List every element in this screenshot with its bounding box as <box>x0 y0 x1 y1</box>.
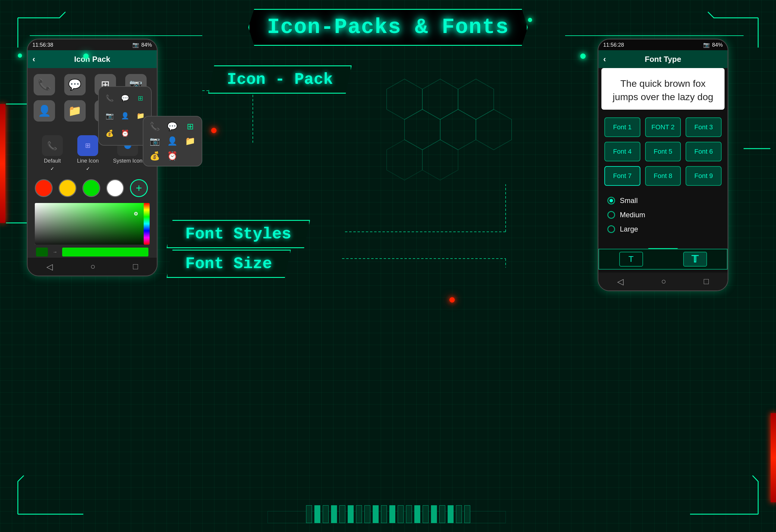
radio-large[interactable] <box>607 225 615 233</box>
main-title-container: Icon-Packs & Fonts <box>248 9 528 46</box>
bar-11 <box>389 505 395 523</box>
left-back-btn[interactable]: ‹ <box>32 54 35 64</box>
red-dot-2 <box>449 297 455 303</box>
bar-1 <box>306 505 312 523</box>
front-msg: 💬 <box>165 121 180 132</box>
size-medium-label: Medium <box>620 211 645 219</box>
color-new <box>62 248 148 257</box>
red-bar-left <box>0 104 5 223</box>
radio-small-fill <box>609 199 613 202</box>
front-phone: 📞 <box>148 121 162 132</box>
radio-small[interactable] <box>607 197 615 205</box>
nav-recent[interactable]: □ <box>133 262 138 271</box>
right-phone-nav: ◁ ○ □ <box>598 273 728 290</box>
camera-icon: 📷 <box>132 42 139 48</box>
size-medium[interactable]: Medium <box>607 211 719 219</box>
color-cursor[interactable] <box>134 212 138 216</box>
bar-18 <box>448 505 453 523</box>
neon-dot-4 <box>18 53 22 58</box>
front-cam: 📷 <box>148 135 162 147</box>
left-screen-title: Icon Pack <box>74 55 110 64</box>
color-red[interactable] <box>35 179 53 197</box>
color-yellow[interactable] <box>58 179 76 197</box>
color-spectrum[interactable] <box>144 203 150 245</box>
bar-7 <box>356 505 362 523</box>
icon-pack-banner: Icon - Pack <box>208 65 352 94</box>
red-dot-1 <box>211 128 216 133</box>
toolbar-font-active[interactable]: 𝕋 <box>683 252 707 267</box>
mini-user: 👤 <box>119 109 131 123</box>
right-top-bar: ‹ Font Type <box>598 50 728 68</box>
right-screen-title: Font Type <box>645 55 681 64</box>
left-status-bar: 11:56:38 📷 84% <box>28 39 157 50</box>
left-top-bar: ‹ Icon Pack <box>28 50 157 68</box>
left-phone-screen: 11:56:38 📷 84% ‹ Icon Pack 📞 💬 ⊞ 📷 👤 📁 📅 <box>28 39 157 275</box>
font-size-section: Small Medium Large <box>598 191 728 245</box>
color-preview-row: → <box>35 248 150 257</box>
font-btn-3[interactable]: Font 3 <box>686 117 722 137</box>
left-phone: 11:56:38 📷 84% ‹ Icon Pack 📞 💬 ⊞ 📷 👤 📁 📅 <box>27 39 158 276</box>
bar-3 <box>323 505 329 523</box>
add-color-btn[interactable]: + <box>130 179 148 197</box>
bar-20 <box>464 505 470 523</box>
font-styles-banner: Font Styles <box>167 220 310 248</box>
bar-2 <box>315 505 320 523</box>
icon-sms[interactable]: 💬 <box>64 74 86 95</box>
right-battery: 84% <box>712 42 723 48</box>
size-small[interactable]: Small <box>607 197 719 205</box>
icon-folder[interactable]: 📁 <box>64 100 86 121</box>
right-nav-home[interactable]: ○ <box>661 277 666 286</box>
font-btn-5[interactable]: Font 5 <box>645 142 681 162</box>
neon-dot-3 <box>528 18 532 22</box>
main-title-text: Icon-Packs & Fonts <box>267 15 509 39</box>
left-phone-nav: ◁ ○ □ <box>28 258 157 275</box>
font-btn-8[interactable]: Font 8 <box>645 166 681 186</box>
toolbar-font-icon[interactable]: T <box>619 252 643 267</box>
radio-medium[interactable] <box>607 211 615 219</box>
font-t-icon: T <box>628 254 633 264</box>
default-label: Default <box>44 158 61 164</box>
font-preview-text: The quick brown fox jumps over the lazy … <box>601 68 725 110</box>
nav-home[interactable]: ○ <box>90 262 95 271</box>
size-large[interactable]: Large <box>607 225 719 233</box>
right-back-btn[interactable]: ‹ <box>603 54 606 64</box>
mini-cam: 📷 <box>104 109 116 123</box>
icon-phone[interactable]: 📞 <box>34 74 55 95</box>
red-bar-right <box>771 413 776 502</box>
font-btn-2[interactable]: FONT 2 <box>645 117 681 137</box>
size-large-label: Large <box>620 225 638 233</box>
icon-type-default[interactable]: 📞 Default ✓ <box>42 135 63 172</box>
right-nav-back[interactable]: ◁ <box>617 277 624 286</box>
color-green[interactable] <box>82 179 100 197</box>
font-btn-6[interactable]: Font 6 <box>686 142 722 162</box>
font-t-active-icon: 𝕋 <box>692 254 699 265</box>
front-folder: 📁 <box>183 135 197 147</box>
font-btn-7[interactable]: Font 7 <box>604 166 640 186</box>
right-phone: 11:56:28 📷 84% ‹ Font Type The quick bro… <box>598 39 728 291</box>
font-btn-9[interactable]: Font 9 <box>686 166 722 186</box>
bar-6 <box>348 505 354 523</box>
bar-15 <box>423 505 429 523</box>
bar-4 <box>331 505 337 523</box>
mini-msg: 💬 <box>119 91 131 105</box>
nav-back[interactable]: ◁ <box>46 262 53 272</box>
right-phone-frame: 11:56:28 📷 84% ‹ Font Type The quick bro… <box>598 39 728 291</box>
icon-type-line[interactable]: ⊞ Line Icon ✓ <box>77 135 99 172</box>
line-label: Line Icon <box>77 158 99 164</box>
color-gradient-box[interactable] <box>35 203 150 245</box>
font-grid: Font 1 FONT 2 Font 3 Font 4 Font 5 Font … <box>598 113 728 191</box>
icon-contact[interactable]: 👤 <box>34 100 55 121</box>
bar-10 <box>381 505 387 523</box>
right-nav-recent[interactable]: □ <box>704 277 709 286</box>
mini-grid: ⊞ <box>135 91 146 105</box>
font-btn-1[interactable]: Font 1 <box>604 117 640 137</box>
font-btn-4[interactable]: Font 4 <box>604 142 640 162</box>
color-row: + <box>28 176 157 200</box>
arrow-icon: → <box>53 249 57 255</box>
right-camera-icon: 📷 <box>703 42 710 48</box>
color-white[interactable] <box>106 179 124 197</box>
front-grid: ⊞ <box>183 121 197 132</box>
color-old <box>36 248 48 257</box>
icon-panel-front: 📞 💬 ⊞ 📷 👤 📁 💰 ⏰ <box>143 116 202 167</box>
bar-14 <box>414 505 420 523</box>
